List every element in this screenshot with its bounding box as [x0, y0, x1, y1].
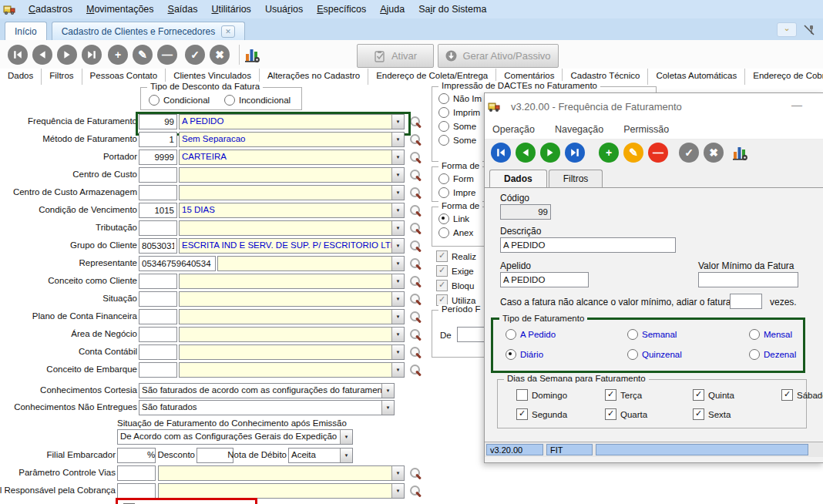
ativar-button[interactable]: Ativar: [357, 44, 434, 68]
mid-radio-1-3[interactable]: Some: [438, 121, 476, 132]
record-tab-5[interactable]: Alterações no Cadastro: [260, 69, 368, 85]
row-11-magnifier-icon[interactable]: [409, 293, 422, 306]
row-12-magnifier-icon[interactable]: [409, 311, 422, 324]
row-9-combo[interactable]: ▼: [217, 256, 405, 271]
check-dia-domingo[interactable]: Domingo: [516, 389, 567, 401]
dialog-cancel-button[interactable]: ✖: [704, 143, 724, 163]
row-2-code-field[interactable]: [139, 132, 177, 147]
valor-minimo-field[interactable]: [698, 272, 798, 287]
cortesia-combo-dropdown-icon[interactable]: ▼: [381, 384, 394, 398]
row-7-combo[interactable]: ▼: [179, 220, 405, 236]
row-6-combo-dropdown-icon[interactable]: ▼: [391, 203, 404, 217]
mid-radio-2-1[interactable]: Form: [438, 173, 474, 184]
row-14-combo-dropdown-icon[interactable]: ▼: [391, 345, 404, 359]
dialog-next-button[interactable]: [540, 143, 560, 163]
row-5-combo[interactable]: ▼: [179, 185, 405, 200]
row-3-magnifier-icon[interactable]: [409, 151, 422, 164]
mid-radio-1-4-radio[interactable]: [438, 135, 449, 146]
first-record-button[interactable]: [8, 45, 28, 65]
mid-check-1[interactable]: ✓Realiz: [436, 250, 476, 262]
row-4-magnifier-icon[interactable]: [409, 169, 422, 182]
situacao-pos-combo[interactable]: De Acordo com as Configurações Gerais do…: [117, 429, 353, 445]
row-10-magnifier-icon[interactable]: [409, 275, 422, 288]
mid-radio-1-4[interactable]: Some: [438, 135, 476, 146]
record-tab-10[interactable]: Endereço de Cobrança: [745, 69, 823, 85]
dialog-chart-settings-icon[interactable]: [733, 144, 748, 161]
check-dia-quarta[interactable]: ✓Quarta: [605, 408, 647, 420]
mid-radio-3-1-radio[interactable]: [438, 213, 449, 224]
row-11-combo-dropdown-icon[interactable]: ▼: [391, 292, 404, 306]
row-9-magnifier-icon[interactable]: [409, 257, 422, 270]
dialog-first-button[interactable]: [491, 143, 511, 163]
mid-check-2-check[interactable]: ✓: [436, 265, 448, 277]
row-8-combo[interactable]: ESCRITA IND E SERV. DE SUP. P/ ESCRITORI…: [179, 238, 405, 254]
menu-item-cadastros[interactable]: Cadastros: [22, 2, 79, 17]
row-13-combo-dropdown-icon[interactable]: ▼: [391, 328, 404, 341]
radio-condicional[interactable]: Condicional: [149, 95, 210, 106]
row-5-magnifier-icon[interactable]: [409, 186, 422, 200]
dialog-menu-operação[interactable]: Operação: [492, 124, 535, 135]
nao-entregues-combo[interactable]: São faturados▼: [139, 400, 395, 415]
check-dia-segunda[interactable]: ✓Segunda: [516, 408, 567, 420]
cortesia-combo[interactable]: São faturados de acordo com as configura…: [139, 383, 395, 398]
delete-record-button[interactable]: —: [157, 45, 177, 65]
dialog-confirm-button[interactable]: ✓: [679, 143, 699, 163]
menu-item-saídas[interactable]: Saídas: [161, 2, 205, 17]
mid-radio-1-1[interactable]: Não Im: [438, 93, 482, 104]
row-11-code-field[interactable]: [139, 291, 177, 307]
parametro-controle-vias-combo-dropdown-icon[interactable]: ▼: [391, 466, 404, 480]
dialog-tab-dados[interactable]: Dados: [489, 170, 547, 187]
row-1-combo-dropdown-icon[interactable]: ▼: [391, 115, 404, 129]
check-dia-quinta-check[interactable]: ✓: [693, 389, 704, 401]
dialog-menu-navegação[interactable]: Navegação: [555, 124, 603, 135]
row-4-combo[interactable]: ▼: [179, 167, 405, 183]
nota-debito-combo[interactable]: Aceita▼: [288, 448, 353, 463]
row-2-combo[interactable]: Sem Separacao▼: [179, 132, 405, 147]
row-7-magnifier-icon[interactable]: [409, 222, 422, 235]
record-tab-9[interactable]: Coletas Automáticas: [648, 69, 745, 85]
row-8-magnifier-icon[interactable]: [409, 240, 422, 253]
row-10-combo-dropdown-icon[interactable]: ▼: [391, 274, 404, 288]
radio-condicional-radio[interactable]: [149, 95, 160, 106]
row-6-magnifier-icon[interactable]: [409, 204, 422, 217]
check-dia-domingo-check[interactable]: [516, 389, 528, 401]
apelido-field[interactable]: [500, 272, 589, 287]
radio-tipo-quinzenal-radio[interactable]: [627, 349, 638, 360]
dialog-last-button[interactable]: [565, 143, 585, 163]
radio-tipo-mensal-radio[interactable]: [749, 329, 760, 340]
menu-item-sair-do-sistema[interactable]: Sair do Sistema: [412, 2, 493, 17]
mid-check-3[interactable]: ✓Bloqu: [436, 280, 474, 291]
row-8-code-field[interactable]: [139, 238, 177, 254]
row-11-combo[interactable]: ▼: [179, 291, 405, 307]
radio-tipo-diário-radio[interactable]: [506, 349, 516, 360]
mid-check-2[interactable]: ✓Exige: [436, 265, 474, 277]
row-2-magnifier-icon[interactable]: [409, 133, 422, 146]
dialog-previous-button[interactable]: [516, 143, 536, 163]
row-7-combo-dropdown-icon[interactable]: ▼: [391, 221, 404, 235]
row-15-magnifier-icon[interactable]: [409, 364, 422, 377]
radio-tipo-diário[interactable]: Diário: [506, 349, 543, 360]
edit-record-button[interactable]: ✎: [133, 45, 153, 65]
radio-tipo-a-pedido-radio[interactable]: [506, 329, 516, 340]
row-1-code-field[interactable]: [139, 114, 177, 129]
tab-cadastro-clientes[interactable]: Cadastro de Clientes e Fornecedores ✕: [52, 22, 245, 40]
parametro-magnifier-icon[interactable]: [409, 467, 422, 480]
previous-record-button[interactable]: [32, 45, 52, 65]
next-record-button[interactable]: [57, 45, 77, 65]
parametro-controle-vias-field[interactable]: [117, 465, 156, 481]
check-dia-sexta-check[interactable]: ✓: [693, 408, 704, 420]
check-dia-sexta[interactable]: ✓Sexta: [693, 408, 731, 420]
row-3-code-field[interactable]: [139, 150, 177, 165]
row-4-code-field[interactable]: [139, 167, 177, 183]
filial-cobranca-combo-dropdown-icon[interactable]: ▼: [391, 484, 404, 498]
mid-radio-2-2[interactable]: Impre: [438, 187, 475, 198]
mid-radio-1-1-radio[interactable]: [438, 93, 449, 104]
check-dia-quinta[interactable]: ✓Quinta: [693, 389, 734, 401]
row-13-code-field[interactable]: [139, 327, 177, 342]
record-tab-1[interactable]: Dados: [0, 69, 42, 85]
row-1-magnifier-icon[interactable]: [409, 116, 422, 129]
gerar-ativo-passivo-button[interactable]: Gerar Ativo/Passivo: [438, 44, 559, 68]
menu-item-utilitários[interactable]: Utilitários: [204, 2, 257, 17]
row-14-combo[interactable]: ▼: [179, 344, 405, 360]
chevron-down-icon[interactable]: ⌄: [777, 22, 797, 37]
